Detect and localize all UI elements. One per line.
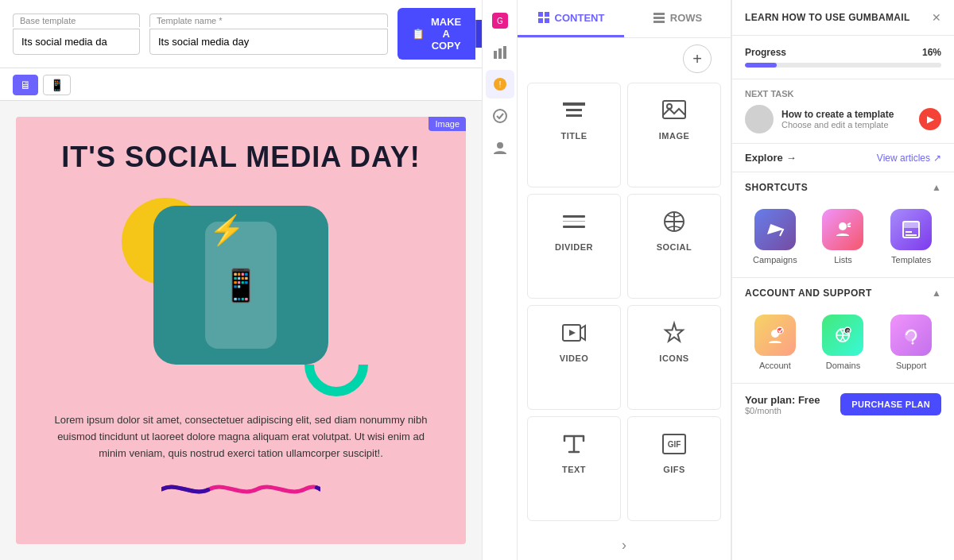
- campaigns-icon: [754, 209, 796, 250]
- sidebar-icon-analytics[interactable]: [486, 38, 514, 67]
- svg-point-8: [497, 142, 503, 149]
- canvas-label: Image: [429, 117, 466, 131]
- account-item-account[interactable]: Account: [745, 315, 805, 370]
- lightning-decoration: ⚡: [209, 214, 245, 247]
- shortcut-campaigns[interactable]: Campaigns: [745, 209, 805, 265]
- external-link-icon: ↗: [933, 153, 941, 164]
- explore-arrow-icon: →: [786, 152, 797, 164]
- svg-rect-14: [653, 17, 665, 19]
- svg-rect-19: [663, 101, 685, 118]
- shortcut-templates[interactable]: Templates: [881, 209, 941, 265]
- shortcuts-section: SHORTCUTS ▲ Campaigns Lists Templates: [732, 172, 954, 278]
- content-item-divider[interactable]: DIVIDER: [527, 194, 621, 299]
- account-support-header[interactable]: ACCOUNT AND SUPPORT ▲: [732, 278, 954, 308]
- account-icon: [754, 315, 796, 356]
- plan-info: Your plan: Free $0/month: [745, 394, 820, 415]
- view-toggle: 🖥 📱: [13, 75, 71, 95]
- email-body-text: Lorem ipsum dolor sit amet, consectetuer…: [32, 412, 450, 462]
- shortcuts-chevron-icon: ▲: [932, 182, 941, 193]
- content-tab-icon: [537, 11, 550, 24]
- account-item-domains[interactable]: ⚙ Domains: [813, 315, 874, 370]
- svg-rect-33: [903, 222, 919, 228]
- sidebar-icon-gumbamail[interactable]: G: [486, 6, 514, 35]
- svg-rect-18: [566, 114, 582, 117]
- account-grid: Account ⚙ Domains Support: [732, 308, 954, 383]
- gifs-icon: GIF: [661, 430, 687, 458]
- scroll-down-button[interactable]: ›: [622, 537, 626, 554]
- explore-link[interactable]: Explore →: [745, 152, 797, 164]
- content-item-title[interactable]: TITLE: [527, 83, 621, 187]
- canvas-wrapper: Image IT'S SOCIAL MEDIA DAY! 📱 ⚡ Lorem i…: [0, 101, 482, 560]
- progress-bar-background: [745, 63, 941, 68]
- purchase-plan-button[interactable]: PURCHASE PLAN: [840, 393, 941, 415]
- explore-row: Explore → View articles ↗: [732, 144, 954, 172]
- next-task-avatar: [745, 105, 774, 133]
- shortcuts-grid: Campaigns Lists Templates: [732, 203, 954, 277]
- image-icon: [661, 96, 687, 125]
- content-item-text[interactable]: TEXT: [527, 416, 621, 521]
- email-title: IT'S SOCIAL MEDIA DAY!: [61, 141, 420, 174]
- sidebar-icon-alert[interactable]: !: [486, 70, 514, 98]
- base-template-input[interactable]: [13, 29, 140, 55]
- account-item-support[interactable]: Support: [881, 315, 941, 370]
- next-task-item: How to create a template Choose and edit…: [745, 105, 941, 133]
- tab-content[interactable]: CONTENT: [518, 0, 624, 37]
- icons-icon: [661, 319, 687, 347]
- content-item-social[interactable]: SOCIAL: [627, 194, 721, 299]
- svg-rect-11: [538, 18, 543, 23]
- svg-rect-21: [563, 215, 585, 218]
- template-name-group: Template name *: [149, 14, 388, 55]
- add-content-button[interactable]: +: [683, 44, 712, 73]
- make-copy-button[interactable]: 📋 MAKE A COPY: [398, 8, 475, 60]
- wavy-decoration: [161, 477, 320, 501]
- social-icon: [661, 207, 687, 236]
- learn-close-button[interactable]: ✕: [932, 11, 941, 24]
- base-template-group: Base template: [13, 14, 140, 55]
- view-articles-link[interactable]: View articles ↗: [877, 153, 941, 164]
- svg-rect-9: [538, 12, 543, 17]
- content-item-icons[interactable]: ICONS: [627, 305, 721, 410]
- svg-rect-15: [653, 21, 665, 23]
- templates-icon: [890, 209, 932, 250]
- video-icon: [561, 319, 587, 347]
- svg-text:!: !: [498, 79, 501, 89]
- account-support-section: ACCOUNT AND SUPPORT ▲ Account ⚙ Domains: [732, 278, 954, 384]
- svg-rect-22: [563, 221, 585, 222]
- progress-label: Progress 16%: [745, 47, 941, 58]
- top-bar: Base template Template name * 📋 MAKE A C…: [0, 0, 482, 68]
- learn-header: LEARN HOW TO USE GUMBAMAIL ✕: [732, 0, 954, 36]
- template-name-label: Template name *: [149, 14, 388, 27]
- progress-section: Progress 16%: [732, 36, 954, 79]
- lists-icon: [822, 209, 863, 250]
- mobile-view-button[interactable]: 📱: [43, 75, 71, 95]
- svg-point-7: [494, 110, 506, 122]
- email-canvas: Image IT'S SOCIAL MEDIA DAY! 📱 ⚡ Lorem i…: [16, 117, 466, 544]
- sidebar-icon-user[interactable]: [486, 133, 514, 162]
- rows-tab-icon: [653, 11, 665, 24]
- content-item-video[interactable]: VIDEO: [527, 305, 621, 410]
- svg-rect-4: [503, 46, 506, 59]
- shortcuts-header[interactable]: SHORTCUTS ▲: [732, 172, 954, 203]
- svg-rect-3: [498, 48, 502, 59]
- content-panel: CONTENT ROWS + TITLE IMAGE: [517, 0, 731, 560]
- svg-rect-23: [563, 226, 585, 228]
- template-name-input[interactable]: [149, 29, 388, 55]
- desktop-view-button[interactable]: 🖥: [13, 75, 38, 95]
- content-item-gifs[interactable]: GIF GIFS: [627, 416, 721, 521]
- svg-marker-28: [569, 330, 576, 336]
- svg-rect-13: [653, 13, 665, 15]
- shortcut-lists[interactable]: Lists: [813, 209, 874, 265]
- content-item-image[interactable]: IMAGE: [627, 83, 721, 187]
- sidebar-icon-check[interactable]: [486, 102, 514, 130]
- progress-bar-fill: [745, 63, 777, 68]
- tab-rows[interactable]: ROWS: [624, 0, 731, 37]
- svg-rect-35: [906, 234, 917, 236]
- title-icon: [561, 96, 587, 125]
- svg-point-31: [839, 222, 847, 230]
- svg-rect-16: [563, 102, 585, 106]
- next-task-play-button[interactable]: ▶: [919, 108, 941, 130]
- svg-rect-17: [566, 109, 582, 111]
- right-panel: LEARN HOW TO USE GUMBAMAIL ✕ Progress 16…: [731, 0, 954, 560]
- content-grid: TITLE IMAGE DIVIDER SOCIAL: [518, 73, 731, 531]
- svg-rect-10: [545, 12, 549, 17]
